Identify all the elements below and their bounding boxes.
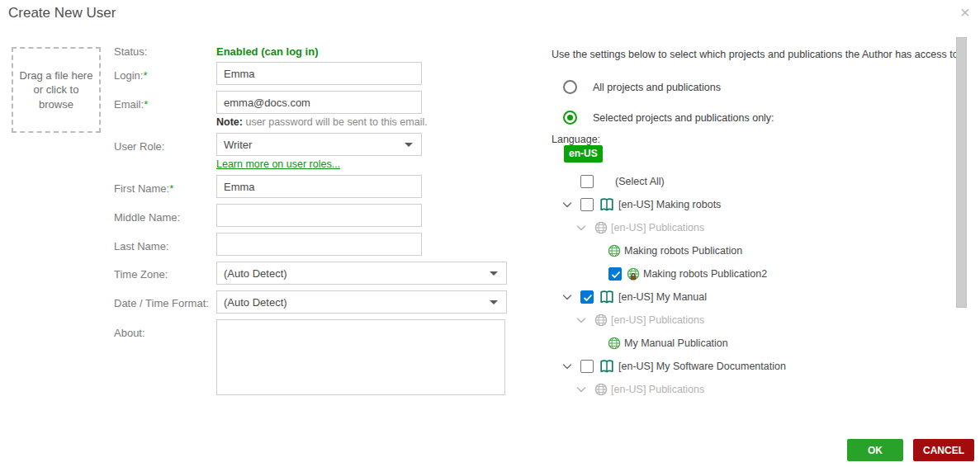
globe-gray-icon: [594, 314, 608, 327]
radio-all-label: All projects and publications: [593, 82, 721, 93]
dropzone-text: Drag a file here or click to browse: [17, 68, 96, 112]
chevron-down-icon: [405, 143, 413, 147]
globe-lock-icon: [627, 267, 640, 281]
globe-gray-icon: [594, 221, 608, 234]
tree-row-publications-folder[interactable]: [en-US] Publications: [576, 378, 704, 401]
avatar-dropzone[interactable]: Drag a file here or click to browse: [12, 47, 101, 133]
create-new-user-dialog: Create New User × Drag a file here or cl…: [0, 0, 980, 467]
close-icon[interactable]: ×: [956, 3, 974, 21]
required-asterisk: *: [144, 98, 148, 111]
chevron-down-icon[interactable]: [576, 384, 586, 394]
access-intro-text: Use the settings below to select which p…: [552, 49, 968, 60]
radio-selected-icon[interactable]: [563, 111, 577, 125]
status-value: Enabled (can log in): [216, 45, 319, 58]
globe-green-icon: [608, 337, 621, 350]
tree-row-project-my-software-documentation[interactable]: [en-US] My Software Documentation: [562, 355, 786, 378]
first-name-input[interactable]: [216, 175, 422, 198]
tree-label: [en-US] Publications: [611, 384, 704, 395]
dialog-title: Create New User: [8, 5, 116, 21]
ok-button[interactable]: OK: [847, 439, 903, 461]
chevron-down-icon: [490, 300, 498, 304]
middle-name-input[interactable]: [216, 204, 422, 227]
language-badge[interactable]: en-US: [564, 145, 603, 163]
tree-row-publication-making-robots[interactable]: Making robots Publication: [608, 239, 742, 262]
about-label: About:: [114, 327, 145, 339]
tree-label: My Manual Publication: [624, 337, 728, 349]
about-textarea[interactable]: [216, 319, 505, 395]
email-input[interactable]: [216, 91, 422, 114]
chevron-down-icon[interactable]: [562, 200, 572, 210]
checkbox-unchecked[interactable]: [580, 198, 594, 211]
first-name-label: First Name:*: [114, 182, 173, 195]
password-note: Note: user password will be sent to this…: [216, 116, 428, 128]
cancel-button[interactable]: CANCEL: [913, 439, 974, 461]
checkbox-checked[interactable]: [608, 267, 622, 281]
tree-row-project-my-manual[interactable]: [en-US] My Manual: [562, 285, 707, 309]
tree-label: [en-US] Making robots: [618, 199, 721, 210]
required-asterisk: *: [169, 182, 173, 195]
status-label: Status:: [114, 45, 147, 58]
user-role-select[interactable]: Writer: [216, 133, 422, 156]
chevron-down-icon[interactable]: [576, 223, 586, 233]
time-zone-value: (Auto Detect): [224, 267, 287, 280]
chevron-down-icon[interactable]: [562, 361, 572, 371]
radio-selected-label: Selected projects and publications only:: [593, 112, 774, 124]
tree-label: [en-US] My Manual: [618, 291, 707, 303]
user-role-value: Writer: [224, 139, 252, 151]
tree-row-publication-my-manual[interactable]: My Manual Publication: [608, 332, 728, 355]
user-role-label: User Role:: [114, 140, 164, 153]
date-format-select[interactable]: (Auto Detect): [216, 290, 507, 314]
project-book-icon: [599, 289, 615, 305]
date-format-value: (Auto Detect): [224, 296, 287, 309]
tree-label: [en-US] Publications: [611, 314, 704, 326]
chevron-down-icon[interactable]: [562, 292, 572, 302]
project-book-icon: [599, 358, 615, 375]
email-label: Email:*: [114, 98, 148, 111]
language-label: Language:: [552, 134, 600, 145]
tree-label: [en-US] Publications: [611, 222, 704, 234]
tree-row-publications-folder[interactable]: [en-US] Publications: [576, 309, 704, 332]
date-format-label: Date / Time Format:: [114, 297, 209, 309]
scrollbar-thumb[interactable]: [956, 37, 967, 308]
globe-gray-icon: [594, 383, 608, 396]
checkbox-unchecked[interactable]: [580, 175, 594, 188]
radio-all-projects[interactable]: All projects and publications: [563, 80, 721, 94]
tree-row-project-making-robots[interactable]: [en-US] Making robots: [562, 193, 721, 216]
tree-row-publications-folder[interactable]: [en-US] Publications: [576, 216, 704, 239]
chevron-down-icon: [490, 271, 498, 276]
tree-label: (Select All): [615, 176, 665, 187]
chevron-down-icon[interactable]: [576, 315, 586, 325]
user-roles-link[interactable]: Learn more on user roles...: [216, 158, 340, 170]
time-zone-label: Time Zone:: [114, 268, 168, 281]
tree-label: [en-US] My Software Documentation: [618, 361, 786, 372]
tree-label: Making robots Publication: [624, 245, 742, 257]
globe-green-icon: [608, 244, 621, 257]
tree-row-publication-making-robots2[interactable]: Making robots Publication2: [608, 262, 767, 285]
required-asterisk: *: [143, 69, 147, 82]
login-input[interactable]: [216, 62, 422, 85]
last-name-label: Last Name:: [114, 240, 168, 252]
last-name-input[interactable]: [216, 233, 422, 256]
checkbox-checked[interactable]: [580, 290, 594, 304]
radio-unselected-icon[interactable]: [563, 80, 577, 94]
login-label: Login:*: [114, 69, 147, 82]
tree-row-select-all[interactable]: (Select All): [580, 170, 665, 193]
tree-label: Making robots Publication2: [643, 268, 767, 280]
project-book-icon: [599, 196, 615, 213]
time-zone-select[interactable]: (Auto Detect): [216, 262, 507, 285]
radio-selected-projects[interactable]: Selected projects and publications only:: [563, 111, 774, 125]
checkbox-unchecked[interactable]: [580, 360, 594, 373]
middle-name-label: Middle Name:: [114, 211, 180, 224]
